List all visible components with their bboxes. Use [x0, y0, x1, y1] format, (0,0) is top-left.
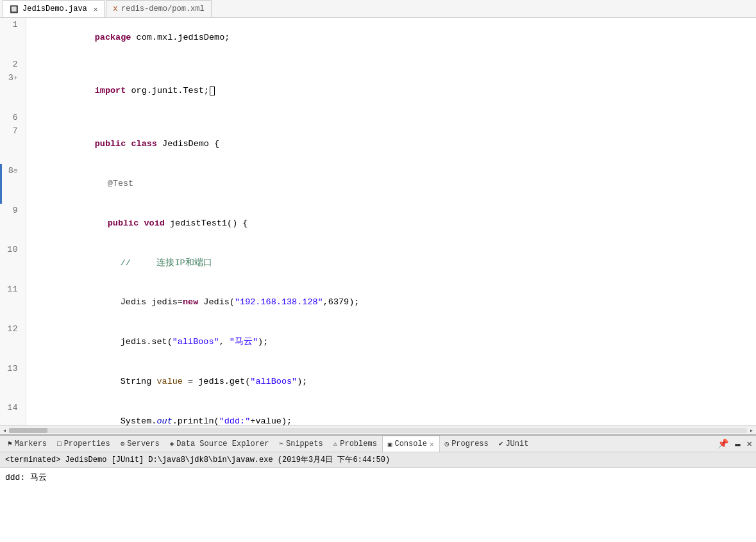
console-tab-close[interactable]: ✕ — [430, 440, 434, 448]
panel-tab-progress[interactable]: ◷ Progress — [440, 436, 494, 452]
problems-icon: ⚠ — [333, 439, 338, 448]
line-num-10: 10 — [0, 243, 26, 283]
line-num-2: 2 — [0, 58, 26, 71]
code-line-11: 11 Jedis jedis=new Jedis("192.168.138.12… — [0, 283, 756, 322]
servers-icon: ⚙ — [121, 439, 125, 448]
code-line-10: 10 // 连接IP和端口 — [0, 243, 756, 283]
scroll-left-arrow[interactable]: ◂ — [3, 427, 6, 434]
scroll-right-arrow[interactable]: ▸ — [750, 427, 753, 434]
tab-pomxml-label: redis-demo/pom.xml — [121, 4, 205, 13]
code-line-3: 3+ import org.junit.Test; — [0, 71, 756, 111]
code-line-9: 9 public void jedistTest1() { — [0, 204, 756, 243]
panel-tab-junit-label: JUnit — [505, 439, 528, 448]
xml-file-icon: X — [113, 5, 117, 13]
line-content-14[interactable]: System.out.println("ddd:"+value); — [26, 401, 756, 425]
line-content-2[interactable] — [26, 58, 756, 71]
pin-button[interactable]: 📌 — [716, 438, 730, 449]
console-header: <terminated> JedisDemo [JUnit] D:\java8\… — [0, 452, 756, 468]
scroll-track[interactable] — [9, 428, 747, 433]
line-content-6[interactable] — [26, 111, 756, 124]
panel-tab-markers-label: Markers — [15, 439, 47, 448]
scroll-thumb[interactable] — [9, 428, 47, 433]
line-num-11: 11 — [0, 283, 26, 322]
line-content-7[interactable]: public class JedisDemo { — [26, 124, 756, 164]
code-line-13: 13 String value = jedis.get("aliBoos"); — [0, 362, 756, 402]
panel-tab-properties[interactable]: □ Properties — [52, 436, 115, 452]
line-num-1: 1 — [0, 18, 26, 58]
line-content-11[interactable]: Jedis jedis=new Jedis("192.168.138.128",… — [26, 283, 756, 322]
console-header-text: <terminated> JedisDemo [JUnit] D:\java8\… — [5, 456, 390, 464]
panel-tab-progress-label: Progress — [451, 439, 489, 448]
line-num-13: 13 — [0, 362, 26, 402]
maximize-button[interactable]: ✕ — [746, 438, 753, 449]
tab-jedisdemo[interactable]: 🔲 JedisDemo.java ✕ — [3, 0, 105, 17]
code-line-1: 1 package com.mxl.jedisDemo; — [0, 18, 756, 58]
code-line-6: 6 — [0, 111, 756, 124]
left-bar — [0, 164, 2, 204]
datasource-icon: ◈ — [170, 439, 174, 448]
horizontal-scrollbar[interactable]: ◂ ▸ — [0, 425, 756, 434]
progress-icon: ◷ — [445, 439, 449, 448]
console-output-text: ddd: 马云 — [5, 473, 47, 482]
line-num-14: 14 — [0, 401, 26, 425]
panel-tab-console[interactable]: ▣ Console ✕ — [382, 436, 440, 452]
console-icon: ▣ — [388, 440, 392, 448]
panel-tab-markers[interactable]: ⚑ Markers — [3, 436, 52, 452]
line-num-8: 8⊖ — [0, 164, 26, 204]
line-content-9[interactable]: public void jedistTest1() { — [26, 204, 756, 243]
panel-tab-servers-label: Servers — [127, 439, 159, 448]
editor-content[interactable]: 1 package com.mxl.jedisDemo; 2 3+ import… — [0, 18, 756, 425]
tab-jedisdemo-label: JedisDemo.java — [22, 4, 87, 13]
snippets-icon: ✂ — [279, 439, 283, 448]
console-output[interactable]: ddd: 马云 — [0, 468, 756, 542]
line-content-10[interactable]: // 连接IP和端口 — [26, 243, 756, 283]
line-num-9: 9 — [0, 204, 26, 243]
line-num-12: 12 — [0, 322, 26, 362]
junit-icon: ✔ — [499, 439, 503, 448]
panel-tab-bar: ⚑ Markers □ Properties ⚙ Servers ◈ Data … — [0, 436, 756, 452]
line-num-3: 3+ — [0, 71, 26, 111]
panel-tab-properties-label: Properties — [64, 439, 110, 448]
code-line-8: 8⊖ @Test — [0, 164, 756, 204]
minimize-button[interactable]: ▬ — [734, 439, 741, 449]
tab-bar: 🔲 JedisDemo.java ✕ X redis-demo/pom.xml — [0, 0, 756, 18]
java-file-icon: 🔲 — [10, 5, 19, 13]
line-num-6: 6 — [0, 111, 26, 124]
line-content-1[interactable]: package com.mxl.jedisDemo; — [26, 18, 756, 58]
code-line-7: 7 public class JedisDemo { — [0, 124, 756, 164]
tab-jedisdemo-close[interactable]: ✕ — [94, 5, 98, 13]
markers-icon: ⚑ — [8, 439, 12, 448]
line-content-12[interactable]: jedis.set("aliBoos", "马云"); — [26, 322, 756, 362]
code-line-12: 12 jedis.set("aliBoos", "马云"); — [0, 322, 756, 362]
panel-tab-console-label: Console — [394, 439, 426, 448]
panel-tab-servers[interactable]: ⚙ Servers — [115, 436, 165, 452]
bottom-panel: ⚑ Markers □ Properties ⚙ Servers ◈ Data … — [0, 434, 756, 542]
panel-tab-snippets-label: Snippets — [286, 439, 323, 448]
code-line-2: 2 — [0, 58, 756, 71]
line-content-8[interactable]: @Test — [26, 164, 756, 204]
panel-tab-datasource-label: Data Source Explorer — [176, 439, 269, 448]
line-num-7: 7 — [0, 124, 26, 164]
panel-tab-datasource[interactable]: ◈ Data Source Explorer — [165, 436, 274, 452]
editor-area: 1 package com.mxl.jedisDemo; 2 3+ import… — [0, 18, 756, 434]
panel-tab-junit[interactable]: ✔ JUnit — [494, 436, 534, 452]
panel-tab-problems-label: Problems — [340, 439, 377, 448]
line-content-3[interactable]: import org.junit.Test; — [26, 71, 756, 111]
panel-tab-problems[interactable]: ⚠ Problems — [328, 436, 382, 452]
properties-icon: □ — [57, 440, 62, 448]
code-line-14: 14 System.out.println("ddd:"+value); — [0, 401, 756, 425]
panel-tab-snippets[interactable]: ✂ Snippets — [274, 436, 328, 452]
panel-controls: 📌 ▬ ✕ — [716, 438, 753, 449]
code-editor: 1 package com.mxl.jedisDemo; 2 3+ import… — [0, 18, 756, 425]
line-content-13[interactable]: String value = jedis.get("aliBoos"); — [26, 362, 756, 402]
tab-pomxml[interactable]: X redis-demo/pom.xml — [106, 0, 211, 17]
